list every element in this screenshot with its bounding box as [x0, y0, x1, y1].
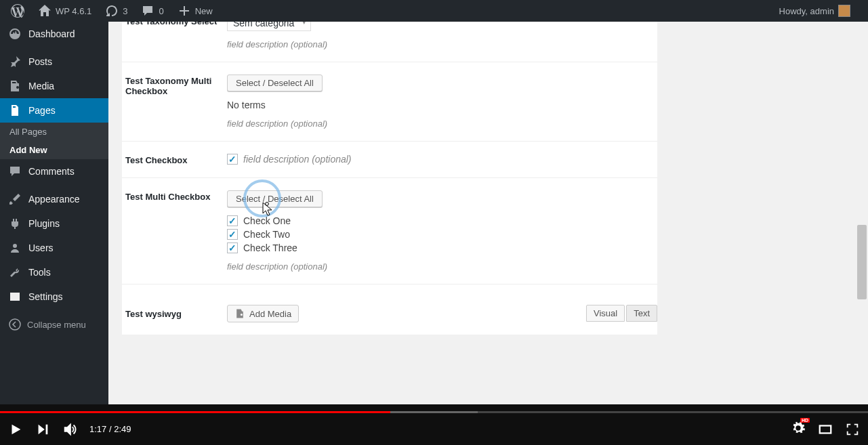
duration: 2:49 — [114, 424, 131, 434]
checkbox-label: Check Two — [243, 229, 290, 240]
field-label-multi-checkbox: Test Multi Checkbox — [122, 190, 227, 272]
checkbox-label: Check One — [243, 215, 291, 226]
media-icon — [8, 79, 22, 93]
site-name-menu[interactable]: WP 4.6.1 — [33, 0, 97, 22]
field-label-taxonomy-select: Test Taxonomy Select — [122, 22, 227, 49]
my-account-menu[interactable]: Howdy, admin — [774, 0, 856, 22]
gear-icon — [791, 421, 806, 436]
field-label-wysiwyg: Test wysiwyg — [122, 305, 227, 322]
empty-sidebar-area — [657, 22, 868, 404]
field-description: field description (optional) — [227, 39, 657, 49]
select-deselect-all-button[interactable]: Select / Deselect All — [227, 190, 323, 207]
comment-icon — [141, 4, 154, 18]
multi-checkbox-option[interactable] — [227, 215, 238, 226]
test-checkbox[interactable] — [227, 154, 238, 165]
home-icon — [38, 4, 51, 18]
pin-icon — [8, 55, 22, 68]
media-icon — [234, 308, 245, 319]
sidebar-item-label: Posts — [28, 56, 52, 67]
page-icon — [8, 104, 22, 117]
theater-mode-icon[interactable] — [818, 422, 833, 437]
video-progress-bar[interactable] — [0, 411, 868, 413]
content-area: Test Taxonomy Select Sem categoria field… — [108, 22, 868, 404]
tab-text[interactable]: Text — [626, 305, 657, 322]
svg-point-0 — [9, 319, 20, 330]
wordpress-icon — [11, 4, 24, 18]
sidebar-item-posts[interactable]: Posts — [0, 49, 108, 74]
fullscreen-icon[interactable] — [845, 422, 860, 437]
comments-menu[interactable]: 0 — [136, 0, 169, 22]
checkbox-label: Check Three — [243, 242, 297, 253]
field-label-checkbox: Test Checkbox — [122, 154, 227, 165]
field-description: field description (optional) — [227, 119, 657, 129]
add-media-button[interactable]: Add Media — [227, 305, 299, 322]
comment-icon — [8, 165, 22, 178]
video-progress-fill — [0, 411, 390, 413]
sidebar-item-settings[interactable]: Settings — [0, 284, 108, 309]
play-icon[interactable] — [8, 422, 23, 437]
sidebar-item-label: Pages — [28, 105, 56, 116]
sidebar-item-label: Media — [28, 81, 54, 91]
sidebar-item-media[interactable]: Media — [0, 74, 108, 98]
brush-icon — [8, 192, 22, 206]
settings-icon — [8, 290, 22, 303]
collapse-label: Collapse menu — [27, 320, 86, 330]
time-display: 1:17 / 2:49 — [89, 424, 131, 434]
sidebar-item-pages[interactable]: Pages — [0, 98, 108, 123]
add-media-label: Add Media — [249, 309, 291, 319]
checkbox-description: field description (optional) — [243, 154, 352, 165]
svg-rect-2 — [820, 425, 831, 433]
howdy-text: Howdy, admin — [779, 6, 834, 16]
collapse-icon — [8, 318, 22, 331]
pages-submenu: All Pages Add New — [0, 123, 108, 159]
submenu-all-pages[interactable]: All Pages — [0, 123, 108, 141]
admin-sidebar: Dashboard Posts Media Pages All Pages Ad… — [0, 22, 108, 404]
select-deselect-all-button[interactable]: Select / Deselect All — [227, 75, 323, 91]
sidebar-item-label: Plugins — [28, 218, 60, 229]
wp-logo-menu[interactable] — [5, 0, 30, 22]
plus-icon — [178, 4, 191, 18]
sidebar-item-label: Users — [28, 242, 54, 253]
updates-menu[interactable]: 3 — [100, 0, 133, 22]
collapse-menu[interactable]: Collapse menu — [0, 312, 108, 337]
next-icon[interactable] — [35, 422, 50, 437]
no-terms-text: No terms — [227, 100, 657, 110]
settings-button[interactable] — [791, 421, 806, 438]
sidebar-item-label: Appearance — [28, 194, 80, 205]
select-value: Sem categoria — [233, 22, 294, 28]
updates-count: 3 — [123, 6, 127, 16]
new-content-menu[interactable]: New — [172, 0, 218, 22]
taxonomy-select-dropdown[interactable]: Sem categoria — [227, 22, 311, 31]
volume-icon[interactable] — [62, 422, 77, 437]
sidebar-item-plugins[interactable]: Plugins — [0, 211, 108, 236]
video-player-controls: 1:17 / 2:49 — [0, 404, 868, 445]
comments-count: 0 — [159, 6, 163, 16]
new-label: New — [195, 6, 213, 16]
sidebar-item-appearance[interactable]: Appearance — [0, 187, 108, 211]
sidebar-item-label: Tools — [28, 267, 51, 278]
sidebar-item-users[interactable]: Users — [0, 236, 108, 260]
site-title: WP 4.6.1 — [56, 6, 91, 16]
sidebar-item-dashboard[interactable]: Dashboard — [0, 22, 108, 46]
sidebar-item-tools[interactable]: Tools — [0, 260, 108, 284]
field-label-taxonomy-multi: Test Taxonomy Multi Checkbox — [122, 75, 227, 129]
multi-checkbox-option[interactable] — [227, 242, 238, 253]
field-description: field description (optional) — [227, 261, 657, 272]
dashboard-icon — [8, 27, 22, 41]
avatar — [838, 5, 850, 17]
user-icon — [8, 241, 22, 255]
multi-checkbox-option[interactable] — [227, 229, 238, 240]
sidebar-item-label: Dashboard — [28, 28, 75, 39]
sidebar-item-label: Settings — [28, 291, 63, 302]
wrench-icon — [8, 266, 22, 279]
submenu-add-new[interactable]: Add New — [0, 141, 108, 159]
sidebar-item-label: Comments — [28, 166, 75, 177]
current-time: 1:17 — [89, 424, 106, 434]
scrollbar-thumb[interactable] — [857, 225, 867, 299]
update-icon — [105, 4, 119, 18]
admin-bar: WP 4.6.1 3 0 New Howdy, admin — [0, 0, 868, 22]
sidebar-item-comments[interactable]: Comments — [0, 159, 108, 184]
plugin-icon — [8, 217, 22, 230]
tab-visual[interactable]: Visual — [586, 305, 625, 322]
